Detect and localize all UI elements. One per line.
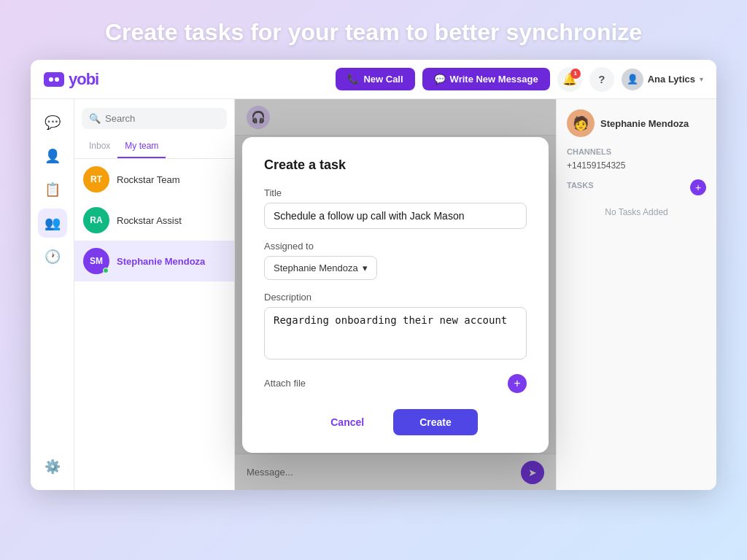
list-item[interactable]: RT Rockstar Team bbox=[74, 159, 234, 200]
description-input[interactable]: Regarding onboarding their new account bbox=[264, 307, 527, 359]
message-icon: 💬 bbox=[434, 74, 446, 85]
avatar: RA bbox=[83, 207, 109, 233]
hero-title: Create tasks for your team to better syn… bbox=[15, 18, 732, 47]
list-item[interactable]: RA Rockstar Assist bbox=[74, 200, 234, 241]
svg-point-0 bbox=[49, 77, 53, 82]
tabs-row: Inbox My team bbox=[74, 135, 234, 159]
sidebar-icons: 💬 👤 📋 👥 🕐 ⚙️ bbox=[31, 99, 74, 490]
create-button[interactable]: Create bbox=[393, 409, 478, 435]
phone-icon: 📞 bbox=[347, 74, 359, 85]
tasks-header: Tasks + bbox=[567, 179, 706, 195]
chevron-down-icon: ▾ bbox=[700, 75, 703, 83]
add-task-button[interactable]: + bbox=[690, 179, 706, 195]
no-tasks-text: No Tasks Added bbox=[567, 207, 706, 217]
left-panel: 🔍 Inbox My team RT Rockstar Team RA bbox=[74, 99, 235, 490]
avatar: SM bbox=[83, 248, 109, 274]
topbar: yobi 📞 New Call 💬 Write New Message 🔔 1 … bbox=[31, 60, 716, 99]
description-label: Description bbox=[264, 292, 527, 303]
sidebar-item-team[interactable]: 👥 bbox=[38, 209, 67, 238]
contact-header: 🧑 Stephanie Mendoza bbox=[567, 109, 706, 137]
tasks-label: Tasks bbox=[567, 181, 593, 190]
sidebar-item-history[interactable]: 🕐 bbox=[38, 242, 67, 271]
user-name: Ana Lytics bbox=[648, 74, 695, 85]
assigned-select[interactable]: Stephanie Mendoza ▾ bbox=[264, 256, 377, 280]
sidebar-item-settings[interactable]: ⚙️ bbox=[38, 452, 67, 481]
sidebar-item-chat[interactable]: 💬 bbox=[38, 108, 67, 137]
search-icon: 🔍 bbox=[89, 113, 101, 124]
help-button[interactable]: ? bbox=[589, 67, 614, 92]
user-area[interactable]: 👤 Ana Lytics ▾ bbox=[622, 69, 703, 90]
assigned-label: Assigned to bbox=[264, 241, 527, 252]
attach-row: Attach file + bbox=[264, 374, 527, 393]
write-message-button[interactable]: 💬 Write New Message bbox=[422, 68, 550, 90]
create-task-modal: Create a task Title Assigned to Stephani… bbox=[242, 137, 549, 453]
title-label: Title bbox=[264, 187, 527, 198]
contact-name: Stephanie Mendoza bbox=[600, 118, 689, 129]
notification-button[interactable]: 🔔 1 bbox=[557, 67, 582, 92]
app-window: yobi 📞 New Call 💬 Write New Message 🔔 1 … bbox=[31, 60, 716, 490]
avatar: 👤 bbox=[622, 69, 643, 90]
contact-name: Stephanie Mendoza bbox=[117, 256, 205, 267]
title-group: Title bbox=[264, 187, 527, 229]
channels-section: Channels +14159154325 bbox=[567, 147, 706, 171]
search-bar: 🔍 bbox=[82, 108, 227, 129]
attach-label: Attach file bbox=[264, 378, 306, 389]
avatar: RT bbox=[83, 166, 109, 192]
assigned-group: Assigned to Stephanie Mendoza ▾ bbox=[264, 241, 527, 280]
contact-list: RT Rockstar Team RA Rockstar Assist SM S… bbox=[74, 159, 234, 490]
logo: yobi bbox=[44, 70, 98, 89]
svg-point-1 bbox=[55, 77, 59, 82]
sidebar-item-tasks[interactable]: 📋 bbox=[38, 175, 67, 204]
tab-my-team[interactable]: My team bbox=[117, 135, 166, 158]
online-indicator bbox=[103, 268, 109, 273]
description-group: Description Regarding onboarding their n… bbox=[264, 292, 527, 362]
tab-inbox[interactable]: Inbox bbox=[82, 135, 117, 158]
channel-phone: +14159154325 bbox=[567, 160, 706, 171]
modal-title: Create a task bbox=[264, 158, 527, 173]
search-input[interactable] bbox=[105, 113, 220, 124]
contact-name: Rockstar Team bbox=[117, 174, 179, 185]
channels-label: Channels bbox=[567, 147, 706, 156]
main-area: 🎧 ➤ Create a task Title Assigned to bbox=[235, 99, 556, 490]
list-item[interactable]: SM Stephanie Mendoza bbox=[74, 241, 234, 281]
modal-actions: Cancel Create bbox=[264, 409, 527, 435]
topbar-right: 📞 New Call 💬 Write New Message 🔔 1 ? 👤 A… bbox=[336, 67, 703, 92]
assigned-value: Stephanie Mendoza bbox=[274, 262, 358, 273]
logo-text: yobi bbox=[69, 70, 98, 89]
logo-icon bbox=[44, 72, 64, 87]
task-title-input[interactable] bbox=[264, 203, 527, 229]
right-panel: 🧑 Stephanie Mendoza Channels +1415915432… bbox=[556, 99, 716, 490]
notification-badge: 1 bbox=[570, 69, 581, 79]
tasks-section: Tasks + No Tasks Added bbox=[567, 179, 706, 480]
hero-section: Create tasks for your team to better syn… bbox=[0, 0, 747, 60]
chevron-down-icon: ▾ bbox=[363, 262, 368, 273]
contact-name: Rockstar Assist bbox=[117, 215, 182, 226]
cancel-button[interactable]: Cancel bbox=[313, 409, 382, 435]
attach-add-button[interactable]: + bbox=[508, 374, 527, 393]
sidebar-item-contacts[interactable]: 👤 bbox=[38, 141, 67, 171]
modal-overlay: Create a task Title Assigned to Stephani… bbox=[235, 99, 556, 490]
contact-avatar: 🧑 bbox=[567, 109, 595, 137]
new-call-button[interactable]: 📞 New Call bbox=[336, 68, 414, 90]
app-body: 💬 👤 📋 👥 🕐 ⚙️ 🔍 Inbox My team RT bbox=[31, 99, 716, 490]
